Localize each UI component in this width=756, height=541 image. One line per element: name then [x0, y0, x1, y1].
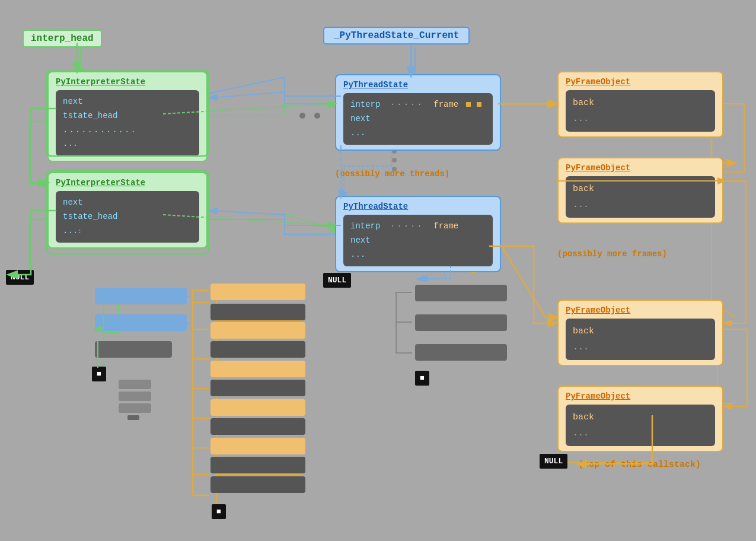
frame1-title: PyFrameObject: [566, 77, 715, 87]
small-gray-3: [119, 403, 151, 413]
orange-stack-5: [210, 438, 305, 454]
py-frame-object-4-box: PyFrameObject back ...: [557, 386, 723, 452]
py-thread-state-1-box: PyThreadState interp ····· frame next ..…: [335, 74, 501, 151]
blue-rect-2: [95, 314, 187, 331]
interpreter2-title: PyInterpreterState: [56, 178, 199, 187]
py-frame-object-1-box: PyFrameObject back ...: [557, 71, 723, 138]
thread2-fields: interp ····· frame next ...: [350, 219, 486, 262]
py-thread-state-current-box: _PyThreadState_Current: [323, 27, 470, 44]
orange-dark-3: [210, 380, 305, 396]
orange-dark-1: [210, 304, 305, 320]
frame2-title: PyFrameObject: [566, 163, 715, 173]
blue-rect-1: [95, 288, 187, 304]
orange-stack-1: [210, 284, 305, 300]
thread2-gray-1: [415, 285, 507, 301]
thread1-fields: interp ····· frame next ...: [350, 98, 486, 140]
thread1-title: PyThreadState: [343, 80, 493, 90]
thread2-gray-3: [415, 344, 507, 361]
thread2-title: PyThreadState: [343, 202, 493, 211]
orange-dark-6: [210, 476, 305, 493]
null-box-orange: ■: [212, 504, 226, 519]
null-box-thread2: ■: [415, 371, 429, 386]
possibly-more-frames: (possibly more frames): [557, 249, 667, 259]
orange-dark-4: [210, 418, 305, 435]
small-gray-2: [119, 392, 151, 401]
svg-point-3: [299, 113, 305, 119]
small-gray-1: [119, 380, 151, 389]
small-gray-4: [127, 415, 139, 420]
top-of-callstack: (top of this callstack): [578, 460, 701, 470]
interp-head-box: interp_head: [23, 30, 102, 47]
py-thread-state-2-box: PyThreadState interp ····· frame next ..…: [335, 196, 501, 272]
frame4-title: PyFrameObject: [566, 392, 715, 401]
py-frame-object-3-box: PyFrameObject back ...: [557, 300, 723, 366]
possibly-more-threads: (possibly more threads): [335, 169, 449, 179]
frame3-title: PyFrameObject: [566, 305, 715, 315]
frame4-fields: back ...: [573, 409, 708, 441]
interpreter2-fields: next tstate_head ...:: [63, 196, 192, 238]
null-box-2: NULL: [323, 273, 351, 288]
interpreter1-title: PyInterpreterState: [56, 77, 199, 87]
null-box-3: NULL: [540, 454, 567, 469]
orange-dark-2: [210, 341, 305, 358]
null-box-1: NULL: [6, 270, 34, 285]
diagram: interp_head interp_head _PyThreadState_C…: [0, 0, 756, 541]
py-interpreter-state-1-box: PyInterpreterState next tstate_head ....…: [47, 71, 208, 162]
null-box-lower-1: ■: [92, 367, 106, 381]
svg-point-4: [314, 113, 320, 119]
thread2-gray-2: [415, 314, 507, 331]
frame1-fields: back ...: [573, 95, 708, 127]
frame2-fields: back ...: [573, 181, 708, 213]
gray-rect-1: [95, 341, 172, 358]
py-frame-object-2-box: PyFrameObject back ...: [557, 157, 723, 224]
svg-point-1: [392, 158, 397, 163]
orange-stack-4: [210, 399, 305, 416]
py-interpreter-state-2-box: PyInterpreterState next tstate_head ...:: [47, 172, 208, 249]
interpreter1-fields: next tstate_head ............ ...: [63, 95, 192, 151]
frame3-fields: back ...: [573, 323, 708, 355]
orange-dark-5: [210, 457, 305, 473]
orange-stack-2: [210, 322, 305, 339]
orange-stack-3: [210, 361, 305, 377]
